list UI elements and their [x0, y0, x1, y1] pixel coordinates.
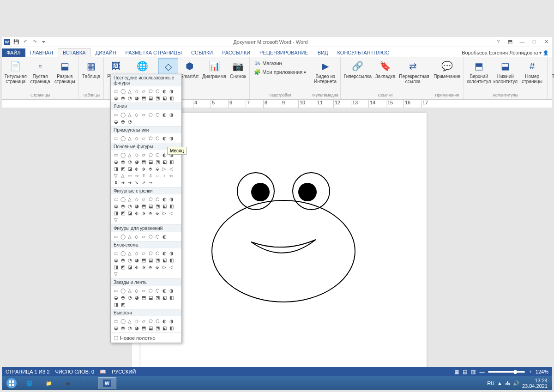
header-button[interactable]: ⬒Верхний колонтитул [466, 58, 492, 85]
shape-item[interactable]: ⬘ [147, 210, 154, 216]
shape-item[interactable]: ◩ [120, 301, 126, 308]
shape-item[interactable]: ◓ [120, 158, 126, 165]
shape-item[interactable]: △ [126, 233, 133, 240]
tab-design[interactable]: ДИЗАЙН [90, 48, 120, 57]
shape-item[interactable]: ⬕ [161, 294, 168, 301]
new-canvas-button[interactable]: ⬚ Новое полотно [111, 333, 181, 343]
shape-item[interactable]: ⬠ [147, 318, 154, 324]
tray-lang[interactable]: RU [487, 380, 494, 386]
shape-item[interactable]: ▭ [113, 111, 119, 118]
shape-item[interactable]: ◔ [126, 203, 133, 209]
shape-item[interactable]: ◔ [126, 95, 133, 101]
shape-item[interactable]: ◯ [120, 318, 126, 324]
shape-item[interactable]: ↔ [154, 172, 161, 179]
shape-item[interactable]: ◇ [133, 88, 140, 94]
shape-item[interactable]: ⬙ [154, 264, 161, 270]
shape-item[interactable]: △ [126, 318, 133, 324]
shape-item[interactable]: ⬖ [133, 165, 140, 172]
shape-item[interactable]: ⬠ [147, 287, 154, 294]
shape-item[interactable]: ⬙ [154, 210, 161, 216]
shape-item[interactable]: ◩ [120, 210, 126, 216]
shape-item[interactable]: △ [126, 196, 133, 202]
shape-item[interactable]: ⬗ [140, 264, 147, 270]
shape-item[interactable]: ▷ [161, 210, 168, 216]
shape-item[interactable]: ⬠ [147, 88, 154, 94]
shape-item[interactable]: ⬒ [140, 203, 147, 209]
table-button[interactable]: ▦Таблица [81, 58, 102, 80]
shape-item[interactable]: ◑ [168, 250, 175, 256]
shape-item[interactable]: △ [120, 172, 126, 179]
shape-item[interactable]: ◯ [120, 88, 126, 94]
shape-item[interactable]: ◔ [126, 257, 133, 263]
bookmark-button[interactable]: 🔖Закладка [374, 58, 397, 80]
shape-item[interactable]: ◐ [161, 287, 168, 294]
status-lang[interactable]: РУССКИЙ [112, 369, 136, 374]
shape-item[interactable]: ◕ [133, 158, 140, 165]
status-page[interactable]: СТРАНИЦА 1 ИЗ 2 [6, 369, 50, 374]
tray-date[interactable]: 23.04.2021 [522, 383, 548, 389]
shape-item[interactable]: ◐ [161, 111, 168, 118]
frog-mouth-shape[interactable] [251, 240, 316, 253]
shape-item[interactable]: ⬕ [161, 257, 168, 263]
shape-item[interactable]: ◇ [133, 233, 140, 240]
tray-sound-icon[interactable]: 🔊 [513, 380, 519, 386]
shape-item[interactable]: ▱ [140, 233, 147, 240]
store-button[interactable]: 🛍Магазин [253, 59, 307, 67]
shape-item[interactable]: ⬖ [133, 264, 140, 270]
shape-item[interactable]: ◐ [161, 151, 168, 158]
shape-item[interactable]: ⬔ [154, 294, 161, 301]
shape-item[interactable]: △ [126, 151, 133, 158]
tab-layout[interactable]: РАЗМЕТКА СТРАНИЦЫ [121, 48, 187, 57]
shape-item[interactable]: ⬒ [140, 95, 147, 101]
shape-item[interactable]: ▭ [113, 135, 119, 141]
shape-item[interactable]: ◇ [133, 196, 140, 202]
tab-file[interactable]: ФАЙЛ [2, 48, 25, 57]
shape-item[interactable]: ➔ [126, 179, 133, 186]
shape-item[interactable]: ⬙ [154, 165, 161, 172]
shape-item[interactable]: ◒ [113, 203, 119, 209]
document-canvas[interactable] [2, 108, 552, 367]
shape-item[interactable]: ◯ [120, 233, 126, 240]
shape-item[interactable]: ⬠ [147, 196, 154, 202]
shape-item[interactable]: ◒ [113, 294, 119, 301]
shape-item[interactable]: ⬕ [161, 95, 168, 101]
tab-references[interactable]: ССЫЛКИ [187, 48, 217, 57]
shape-item[interactable]: △ [126, 287, 133, 294]
comment-button[interactable]: 💬Примечание [432, 58, 462, 80]
shape-item[interactable]: ◯ [120, 250, 126, 256]
shape-item[interactable]: ⬡ [154, 196, 161, 202]
help-icon[interactable]: ? [494, 39, 502, 45]
shape-item[interactable]: ⬒ [140, 257, 147, 263]
shape-item[interactable]: ⬠ [147, 233, 154, 240]
shape-item[interactable]: ◔ [126, 325, 133, 331]
view-print-icon[interactable]: ▦ [454, 369, 459, 375]
smartart-button[interactable]: ⬢SmartArt [179, 58, 200, 80]
taskbar-word[interactable]: W [98, 377, 116, 389]
close-icon[interactable]: ✕ [542, 39, 550, 45]
shape-item[interactable]: ⬔ [154, 158, 161, 165]
shape-item[interactable]: ⬠ [147, 151, 154, 158]
shape-item[interactable]: ◐ [161, 318, 168, 324]
shape-item[interactable]: ◁ [168, 210, 175, 216]
shape-item[interactable]: ◁ [168, 165, 175, 172]
shape-item[interactable]: ↕ [161, 172, 168, 179]
shape-item[interactable]: ◔ [126, 294, 133, 301]
shape-item[interactable]: ⬡ [154, 287, 161, 294]
shape-item[interactable]: ◨ [113, 165, 119, 172]
hyperlink-button[interactable]: 🔗Гиперссылка [343, 58, 373, 80]
tray-network-icon[interactable]: 🖧 [505, 380, 510, 386]
frog-drawing[interactable] [200, 168, 367, 308]
frog-eye-left-pupil[interactable] [251, 183, 270, 201]
textbox-button[interactable]: 🅰Текстовое поле [549, 58, 554, 85]
undo-icon[interactable]: ↶ [22, 39, 29, 45]
shape-item[interactable]: ▷ [161, 165, 168, 172]
shape-item[interactable]: ◒ [113, 257, 119, 263]
shape-item[interactable]: ⬒ [140, 158, 147, 165]
shape-item[interactable]: ▱ [140, 111, 147, 118]
shape-item[interactable]: ◓ [120, 118, 126, 125]
shape-item[interactable]: ◪ [126, 264, 133, 270]
maximize-icon[interactable]: □ [530, 39, 538, 45]
shape-item[interactable]: ⬗ [140, 165, 147, 172]
shape-item[interactable]: ◧ [168, 95, 175, 101]
footer-button[interactable]: ⬓Нижний колонтитул [493, 58, 518, 85]
